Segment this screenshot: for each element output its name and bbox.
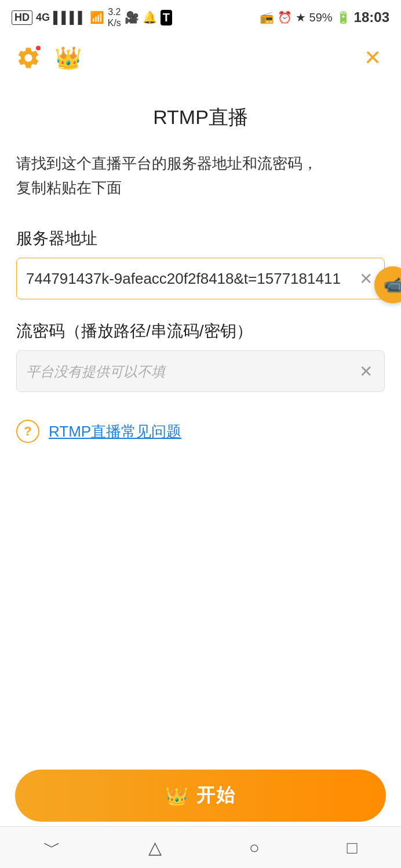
description-text: 请找到这个直播平台的服务器地址和流密码，复制粘贴在下面 bbox=[16, 152, 385, 200]
server-address-input[interactable] bbox=[26, 258, 357, 299]
battery-icon: 🔋 bbox=[336, 10, 351, 24]
top-bar-left: 👑 bbox=[14, 43, 82, 72]
tiktok-icon: T bbox=[161, 10, 172, 25]
server-address-label: 服务器地址 bbox=[16, 228, 385, 250]
notification-dot bbox=[35, 45, 42, 52]
wifi-icon: 📶 bbox=[90, 10, 104, 24]
close-button[interactable]: ✕ bbox=[358, 43, 387, 72]
top-bar: 👑 ✕ bbox=[0, 35, 401, 81]
help-icon: ? bbox=[16, 420, 39, 443]
nav-circle-button[interactable]: ○ bbox=[233, 833, 276, 862]
video-icon: 📹 bbox=[384, 276, 401, 294]
nav-back-button[interactable]: ﹀ bbox=[27, 831, 77, 864]
status-left: HD 4G ▌▌▌▌ 📶 3.2K/s 🎥 🔔 T bbox=[12, 6, 172, 28]
bottom-button-container: 👑 开始 bbox=[15, 770, 386, 822]
stream-key-input-container[interactable]: ✕ bbox=[16, 350, 385, 392]
help-row: ? RTMP直播常见问题 bbox=[16, 420, 385, 443]
stream-key-clear-button[interactable]: ✕ bbox=[357, 360, 375, 383]
start-crown-icon: 👑 bbox=[165, 785, 189, 807]
nav-square-button[interactable]: □ bbox=[331, 833, 374, 862]
bluetooth-icon: ★ bbox=[296, 10, 306, 24]
server-address-input-container[interactable]: ✕ bbox=[16, 258, 385, 299]
settings-button[interactable] bbox=[14, 43, 43, 72]
page-title: RTMP直播 bbox=[16, 104, 385, 131]
speed-indicator: 3.2K/s bbox=[108, 6, 121, 28]
server-address-group: 服务器地址 ✕ bbox=[16, 228, 385, 299]
nav-bar: ﹀ △ ○ □ bbox=[0, 826, 401, 868]
camera-icon: 🎥 bbox=[125, 10, 139, 24]
status-bar: HD 4G ▌▌▌▌ 📶 3.2K/s 🎥 🔔 T 📻 ⏰ ★ 59% 🔋 18… bbox=[0, 0, 401, 35]
stream-key-group: 流密码（播放路径/串流码/密钥） ✕ bbox=[16, 320, 385, 392]
signal-bars: ▌▌▌▌ bbox=[53, 11, 86, 24]
server-address-clear-button[interactable]: ✕ bbox=[357, 267, 375, 291]
cast-icon: 📻 bbox=[260, 10, 274, 24]
status-time: 18:03 bbox=[354, 9, 389, 25]
stream-key-label: 流密码（播放路径/串流码/密钥） bbox=[16, 320, 385, 342]
start-button[interactable]: 👑 开始 bbox=[15, 770, 386, 822]
clock-icon: ⏰ bbox=[278, 10, 292, 24]
crown-icon: 👑 bbox=[54, 45, 82, 71]
bell-icon: 🔔 bbox=[143, 10, 157, 24]
signal-4g: 4G bbox=[36, 12, 50, 24]
hd-badge: HD bbox=[12, 10, 32, 25]
start-label: 开始 bbox=[196, 783, 236, 808]
main-content: RTMP直播 请找到这个直播平台的服务器地址和流密码，复制粘贴在下面 服务器地址… bbox=[0, 81, 401, 536]
nav-home-button[interactable]: △ bbox=[132, 833, 178, 862]
stream-key-input[interactable] bbox=[26, 351, 357, 391]
status-right: 📻 ⏰ ★ 59% 🔋 18:03 bbox=[260, 9, 389, 25]
help-link[interactable]: RTMP直播常见问题 bbox=[49, 422, 181, 442]
battery-percent: 59% bbox=[309, 11, 333, 24]
